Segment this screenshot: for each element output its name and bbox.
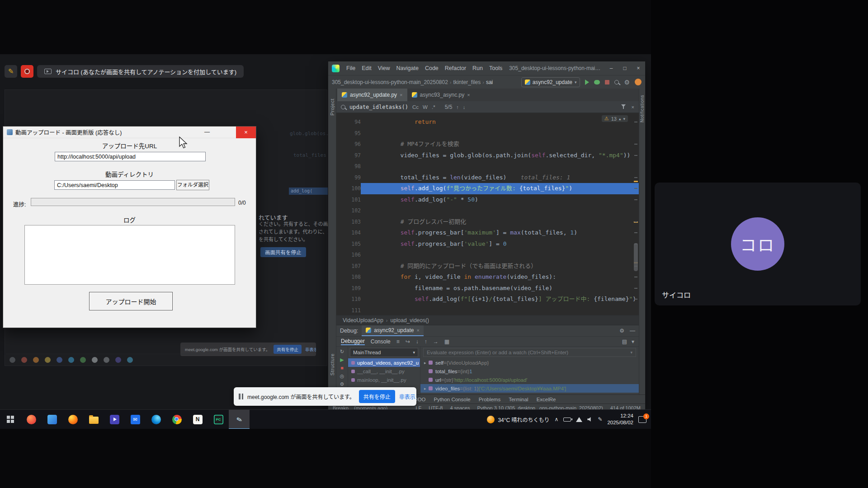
participant-tile[interactable]: コロ サイコロ — [655, 183, 861, 305]
code-line-98[interactable]: 98 — [336, 161, 639, 172]
debug-variable-video_files[interactable]: ▸video_files = {list: 1} ['C:/Users/saem… — [420, 384, 639, 393]
taskbar-uploader[interactable] — [229, 410, 250, 429]
debug-button[interactable] — [594, 80, 600, 84]
taskbar-mail[interactable] — [125, 410, 146, 429]
dialog-titlebar[interactable]: 動画アップロード - 画面更新版 (応答なし) — × — [3, 127, 256, 138]
breadcrumb-item[interactable]: 305_desktop-ui-lessons-python-main_20250… — [332, 79, 448, 85]
debug-frame[interactable]: __call__, __init__.py — [348, 367, 420, 375]
settings-icon[interactable]: ⚙ — [624, 79, 630, 85]
minimize-icon[interactable]: — — [197, 127, 217, 138]
inspections-widget[interactable]: ⚠ 13 ▴ ▾ — [602, 115, 628, 122]
debug-variable-total_files[interactable]: total_files = {int} 1 — [420, 367, 639, 375]
code-line-99[interactable]: 99 total_files = len(video_files) total_… — [336, 172, 639, 183]
code-line-107[interactable]: 107 # 同期的にアップロード（でも画面は更新される） — [336, 261, 639, 272]
notification-center-icon[interactable]: 1 — [638, 416, 646, 423]
whole-words-toggle[interactable]: W — [423, 104, 428, 110]
clock[interactable]: 12:24 2025/08/02 — [607, 413, 633, 426]
structure-tool-button[interactable]: Structure — [330, 353, 335, 375]
next-match-icon[interactable]: ↓ — [463, 104, 466, 110]
folder-select-button[interactable]: フォルダ選択 — [176, 180, 209, 190]
debugger-tab[interactable]: Debugger — [341, 338, 365, 345]
debug-variable-url[interactable]: url = {str} 'http://localhost:5000/api/u… — [420, 375, 639, 384]
taskbar-explorer[interactable] — [83, 410, 104, 429]
previous-match-icon[interactable]: ↑ — [456, 104, 459, 110]
code-line-97[interactable]: 97 video_files = glob.glob(os.path.join(… — [336, 150, 639, 161]
menu-tools[interactable]: Tools — [486, 65, 505, 71]
step-out-icon[interactable]: ↑ — [425, 339, 427, 344]
code-line-100[interactable]: 100 self.add_log(f"見つかったファイル数: {total_fi… — [336, 183, 639, 194]
tab-close-icon[interactable]: × — [400, 92, 402, 98]
annotation-pen-button[interactable]: ✎ — [5, 65, 17, 78]
hide-notification-link[interactable]: 非表示 — [399, 393, 415, 400]
breadcrumb-class[interactable]: VideoUploadApp — [343, 317, 383, 324]
more-icon[interactable]: ▾ — [632, 339, 634, 344]
notifications-tool-button[interactable]: Notifications — [640, 95, 645, 122]
project-tool-button[interactable]: Project — [330, 99, 335, 116]
menu-navigate[interactable]: Navigate — [393, 65, 422, 71]
filter-icon[interactable] — [621, 104, 626, 109]
code-line-96[interactable]: 96 # MP4ファイルを検索 — [336, 139, 639, 150]
code-editor[interactable]: 94 return9596 # MP4ファイルを検索97 video_files… — [336, 113, 639, 315]
step-over-icon[interactable]: ↪ — [406, 339, 410, 344]
upload-url-input[interactable] — [55, 152, 206, 161]
taskbar-edge[interactable] — [146, 410, 166, 429]
network-icon[interactable] — [576, 417, 582, 422]
debug-frame[interactable]: upload_videos, async92_u — [348, 358, 420, 367]
resume-icon[interactable]: ▶ — [340, 357, 344, 362]
toolwindow-button-excelre[interactable]: ExcelRe — [537, 397, 556, 402]
error-stripe[interactable] — [632, 113, 639, 315]
taskbar-movies[interactable] — [104, 410, 125, 429]
step-into-icon[interactable]: ↓ — [416, 339, 419, 344]
code-line-94[interactable]: 94 return — [336, 117, 639, 128]
toolwindow-button-python-console[interactable]: Python Console — [434, 397, 470, 402]
debug-settings-gear-icon[interactable]: ⚙ — [340, 382, 344, 387]
code-line-106[interactable]: 106 — [336, 249, 639, 261]
start-button[interactable] — [0, 410, 21, 429]
menu-code[interactable]: Code — [422, 65, 442, 71]
taskbar-chrome[interactable] — [166, 410, 187, 429]
code-line-101[interactable]: 101 self.add_log("-" * 50) — [336, 194, 639, 206]
code-line-95[interactable]: 95 — [336, 128, 639, 139]
editor-tab-async93_async.py[interactable]: async93_async.py× — [407, 89, 475, 101]
hide-tool-window-icon[interactable]: — — [630, 328, 635, 334]
code-line-110[interactable]: 110 self.add_log(f"[{i+1}/{total_files}]… — [336, 294, 639, 305]
find-query-input[interactable]: update_idletasks() — [349, 104, 408, 110]
code-line-111[interactable]: 111 — [336, 305, 639, 315]
ai-assistant-icon[interactable] — [635, 79, 642, 85]
evaluate-expression-field[interactable]: Evaluate expression (Enter) or add a wat… — [423, 348, 636, 357]
regex-toggle[interactable]: .* — [432, 104, 435, 110]
close-find-icon[interactable]: × — [632, 104, 634, 110]
scrollbar-thumb[interactable] — [634, 243, 638, 271]
breadcrumb-item[interactable]: sai — [486, 79, 493, 85]
run-configuration-select[interactable]: async92_update ▾ — [521, 77, 580, 87]
view-breakpoints-icon[interactable]: ◎ — [340, 374, 344, 379]
start-upload-button[interactable]: アップロード開始 — [89, 292, 173, 310]
code-line-102[interactable]: 102 — [336, 205, 639, 216]
tab-close-icon[interactable]: × — [467, 92, 470, 98]
taskbar-photos[interactable] — [42, 410, 62, 429]
search-everywhere-icon[interactable] — [614, 80, 619, 84]
layout-icon[interactable]: ≡ — [396, 339, 400, 344]
stop-button[interactable] — [605, 80, 609, 84]
console-tab[interactable]: Console — [371, 338, 391, 345]
code-line-109[interactable]: 109 filename = os.path.basename(video_fi… — [336, 283, 639, 294]
code-line-104[interactable]: 104 self.progress_bar['maximum'] = max(t… — [336, 227, 639, 239]
taskbar-pycharm[interactable] — [208, 410, 229, 429]
close-icon[interactable]: × — [632, 61, 645, 75]
debug-variable-self[interactable]: ▸self = {VideoUploadApp} — [420, 358, 639, 367]
toolwindow-button-terminal[interactable]: Terminal — [509, 397, 528, 402]
debug-frame[interactable]: mainloop, __init__.py — [348, 375, 420, 384]
view-options-icon[interactable]: ▤ — [622, 339, 627, 344]
next-problem-icon[interactable]: ▾ — [623, 117, 625, 121]
menu-run[interactable]: Run — [469, 65, 486, 71]
log-textarea[interactable] — [24, 225, 235, 285]
previous-problem-icon[interactable]: ▴ — [619, 117, 621, 121]
hidden-icons-chevron[interactable]: ∧ — [555, 417, 559, 422]
debug-settings-icon[interactable]: ⚙ — [619, 328, 624, 334]
close-session-icon[interactable]: × — [416, 328, 419, 333]
run-to-cursor-icon[interactable]: → — [433, 339, 439, 344]
stop-sharing-button[interactable]: 共有を停止 — [359, 390, 395, 403]
taskbar-firefox[interactable] — [62, 410, 83, 429]
menu-edit[interactable]: Edit — [359, 65, 375, 71]
editor-tab-async92_update.py[interactable]: async92_update.py× — [337, 89, 407, 101]
